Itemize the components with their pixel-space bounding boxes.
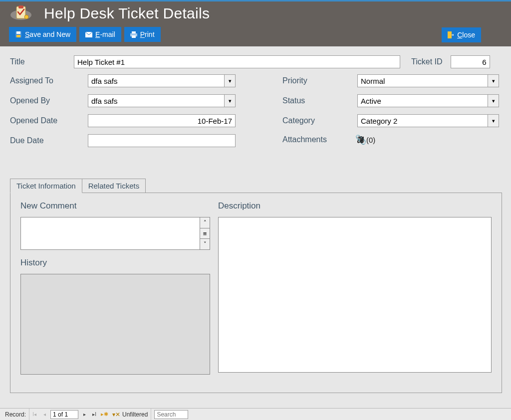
filter-icon: ▾✕	[112, 411, 120, 418]
tabs: Ticket Information Related Tickets New C…	[10, 178, 502, 393]
filter-segment[interactable]: ▾✕ Unfiltered	[109, 409, 151, 420]
assigned-to-combo[interactable]: dfa safs ▾	[88, 74, 236, 87]
category-value: Category 2	[361, 117, 397, 125]
description-label: Description	[218, 201, 492, 211]
category-label: Category	[282, 116, 357, 125]
prev-record-button[interactable]: ◂	[39, 409, 49, 420]
attachments-count: (0)	[366, 136, 375, 144]
new-comment-textarea[interactable]	[21, 217, 200, 249]
record-position-input[interactable]	[50, 410, 78, 419]
ticket-id-label: Ticket ID	[411, 57, 443, 66]
filter-text: Unfiltered	[122, 411, 148, 418]
svg-rect-10	[132, 35, 136, 38]
toolbar: Save and New E-mail Print Close	[0, 25, 511, 43]
last-record-button[interactable]: ▸I	[89, 409, 99, 420]
scroll-down-button[interactable]: ˅	[200, 239, 210, 249]
history-label: History	[20, 258, 210, 268]
opened-by-label: Opened By	[10, 96, 88, 105]
status-combo[interactable]: Active ▾	[357, 94, 499, 107]
right-column: Priority Normal ▾ Status Active ▾ Catego…	[282, 74, 502, 151]
scroll-grip-icon[interactable]: ≡	[200, 228, 210, 239]
svg-point-3	[24, 15, 28, 19]
scroll-up-button[interactable]: ˄	[200, 217, 210, 228]
tab-ticket-information[interactable]: Ticket Information	[10, 179, 82, 193]
title-row: Help Desk Ticket Details	[0, 1, 511, 25]
ticket-id-field	[451, 55, 490, 68]
save-and-new-button[interactable]: Save and New	[9, 27, 76, 42]
tab-related-tickets[interactable]: Related Tickets	[82, 179, 146, 193]
chevron-down-icon: ▾	[488, 95, 499, 107]
new-comment-box: ˄ ≡ ˅	[20, 217, 210, 250]
tab-body: New Comment ˄ ≡ ˅ History Description	[10, 193, 502, 393]
new-comment-label: New Comment	[20, 201, 210, 211]
priority-combo[interactable]: Normal ▾	[357, 74, 499, 87]
svg-rect-8	[132, 31, 136, 33]
status-label: Status	[282, 96, 357, 105]
priority-value: Normal	[361, 77, 385, 85]
mail-icon	[85, 32, 92, 37]
email-button[interactable]: E-mail	[79, 27, 121, 42]
recnav-search-input[interactable]	[154, 410, 188, 419]
paperclip-icon	[358, 135, 365, 144]
chevron-down-icon: ▾	[224, 75, 235, 87]
print-icon	[130, 31, 137, 38]
recnav-label: Record:	[2, 409, 29, 420]
svg-rect-2	[18, 5, 23, 8]
first-record-button[interactable]: I◂	[29, 409, 39, 420]
history-box	[20, 274, 210, 375]
svg-rect-11	[448, 31, 452, 38]
opened-date-input[interactable]	[88, 114, 236, 127]
title-row-fields: Title Ticket ID	[10, 55, 502, 68]
close-button[interactable]: Close	[442, 27, 481, 42]
svg-rect-6	[16, 35, 20, 37]
assigned-to-value: dfa safs	[91, 77, 118, 85]
description-box	[218, 217, 492, 373]
page-title: Help Desk Ticket Details	[44, 5, 210, 22]
category-combo[interactable]: Category 2 ▾	[357, 114, 499, 127]
save-and-new-label: Save and New	[25, 30, 70, 38]
title-input[interactable]	[74, 55, 400, 68]
title-label: Title	[10, 57, 66, 66]
panel-left: New Comment ˄ ≡ ˅ History	[20, 201, 210, 383]
print-label: Print	[140, 30, 155, 38]
door-close-icon	[448, 31, 454, 38]
tab-strip: Ticket Information Related Tickets	[10, 178, 502, 193]
description-textarea[interactable]	[221, 219, 489, 370]
save-icon	[15, 31, 22, 38]
attachments-label: Attachments	[282, 135, 357, 144]
left-column: Assigned To dfa safs ▾ Opened By dfa saf…	[10, 74, 282, 151]
chevron-down-icon: ▾	[488, 75, 499, 87]
status-value: Active	[361, 97, 381, 105]
email-label: E-mail	[95, 30, 115, 38]
header-bar: Help Desk Ticket Details Save and New E-…	[0, 1, 511, 46]
new-record-button[interactable]: ▸✱	[99, 409, 109, 420]
due-date-input[interactable]	[88, 134, 236, 147]
svg-rect-5	[16, 31, 20, 34]
chevron-down-icon: ▾	[224, 95, 235, 107]
attachments-value-wrap[interactable]: (0)	[358, 135, 375, 144]
opened-by-combo[interactable]: dfa safs ▾	[88, 94, 236, 107]
next-record-button[interactable]: ▸	[79, 409, 89, 420]
content-area: Title Ticket ID Assigned To dfa safs ▾ O…	[0, 46, 511, 393]
panel-right: Description	[218, 201, 492, 383]
priority-label: Priority	[282, 76, 357, 85]
record-navigator: Record: I◂ ◂ ▸ ▸I ▸✱ ▾✕ Unfiltered	[0, 408, 511, 420]
assigned-to-label: Assigned To	[10, 76, 88, 85]
details-columns: Assigned To dfa safs ▾ Opened By dfa saf…	[10, 74, 502, 151]
comment-scroll: ˄ ≡ ˅	[200, 217, 210, 249]
print-button[interactable]: Print	[124, 27, 161, 42]
chevron-down-icon: ▾	[488, 115, 499, 127]
opened-date-label: Opened Date	[10, 116, 88, 125]
due-date-label: Due Date	[10, 136, 88, 145]
clipboard-icon	[9, 5, 33, 22]
opened-by-value: dfa safs	[91, 97, 118, 105]
close-label: Close	[457, 31, 475, 39]
